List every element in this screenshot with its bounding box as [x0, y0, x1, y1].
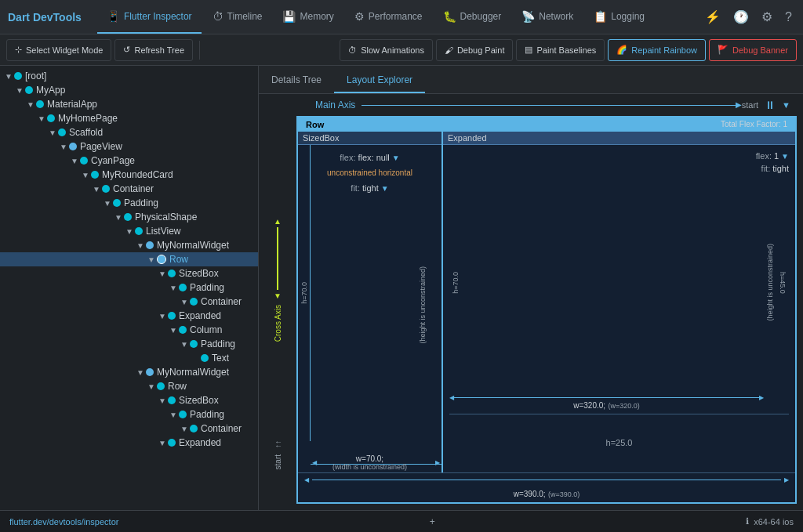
tree-item-row1[interactable]: ▼ Row — [0, 252, 258, 266]
arrow-column1: ▼ — [168, 326, 179, 335]
tree-item-sizedbox1[interactable]: ▼ SizedBox — [0, 266, 258, 280]
h70-right: h=70.0 — [449, 151, 462, 414]
tree-item-myhomepage[interactable]: ▼ MyHomePage — [0, 111, 258, 125]
tree-item-listview[interactable]: ▼ ListView — [0, 224, 258, 238]
arrow-mynormalwidget2: ▼ — [135, 368, 146, 377]
tree-item-container1[interactable]: ▼ Container — [0, 182, 258, 196]
w-unconstrained-text: (width is unconstrained) — [298, 463, 441, 471]
main-axis-arrow — [362, 105, 735, 106]
refresh-tree-button[interactable]: ↺ Refresh Tree — [114, 39, 193, 61]
arrow-expanded2: ▼ — [157, 439, 168, 447]
main-content: ▼ [root] ▼ MyApp ▼ MaterialApp ▼ MyHomeP… — [0, 66, 803, 510]
devtools-link[interactable]: flutter.dev/devtools/inspector — [9, 517, 118, 527]
axis-dropdown[interactable]: ▼ — [782, 100, 790, 110]
total-flex-label: Total Flex Factor: 1 — [721, 120, 787, 129]
label-root: [root] — [25, 71, 46, 81]
tree-item-container3[interactable]: ▼ Container — [0, 422, 258, 436]
h70-right-label: h=70.0 — [452, 272, 460, 294]
tab-memory[interactable]: 💾 Memory — [273, 0, 343, 34]
label-listview: ListView — [146, 226, 180, 237]
diagram-area: ▲ ▼ Cross Axis ↑↑ start R — [259, 116, 803, 510]
tree-item-padding3[interactable]: ▼ Padding — [0, 337, 258, 351]
tree-item-expanded1[interactable]: ▼ Expanded — [0, 309, 258, 323]
repaint-rainbow-button[interactable]: 🌈 Repaint Rainbow — [608, 39, 706, 61]
history-icon[interactable]: 🕐 — [730, 6, 752, 27]
tab-performance[interactable]: ⚙ Performance — [345, 0, 432, 34]
tree-item-container2[interactable]: ▼ Container — [0, 295, 258, 309]
fit-dropdown[interactable]: ▼ — [381, 184, 389, 193]
dot-sizedbox1 — [168, 270, 176, 277]
tab-flutter-inspector[interactable]: 📱 Flutter Inspector — [97, 0, 202, 34]
tree-item-padding4[interactable]: ▼ Padding — [0, 407, 258, 422]
cross-axis-area: ▲ ▼ Cross Axis ↑↑ start — [259, 116, 296, 504]
banner-icon: 🚩 — [718, 45, 729, 55]
dot-root — [14, 72, 22, 80]
tab-network[interactable]: 📡 Network — [512, 0, 583, 34]
dot-scaffold — [58, 128, 66, 136]
tab-details-tree[interactable]: Details Tree — [259, 68, 334, 93]
tree-item-sizedbox2[interactable]: ▼ SizedBox — [0, 393, 258, 407]
select-widget-button[interactable]: ⊹ Select Widget Mode — [6, 39, 111, 61]
arrow-physicalshape: ▼ — [113, 213, 124, 222]
tree-item-root[interactable]: ▼ [root] — [0, 69, 258, 83]
toolbar-right: ⏱ Slow Animations 🖌 Debug Paint ▤ Paint … — [340, 39, 797, 61]
tree-item-expanded2[interactable]: ▼ Expanded — [0, 436, 258, 450]
h70-label: h=70.0 — [300, 282, 308, 304]
paint-baselines-button[interactable]: ▤ Paint Baselines — [516, 39, 605, 61]
dot-padding4 — [179, 411, 187, 418]
tab-layout-explorer[interactable]: Layout Explorer — [334, 68, 425, 93]
tree-item-myroundedcard[interactable]: ▼ MyRoundedCard — [0, 168, 258, 182]
fit-value: tight — [362, 183, 379, 193]
arrow-listview: ▼ — [124, 227, 135, 236]
label-mynormalwidget2: MyNormalWidget — [157, 367, 229, 378]
flex-null-value: flex: null — [358, 153, 389, 162]
right-panel: Details Tree Layout Explorer Main Axis s… — [259, 66, 803, 510]
label-padding4: Padding — [190, 409, 224, 420]
dot-physicalshape — [124, 213, 132, 221]
axis-bar: Main Axis start ⏸ ▼ — [259, 94, 803, 116]
widget-tree[interactable]: ▼ [root] ▼ MyApp ▼ MaterialApp ▼ MyHomeP… — [0, 66, 259, 510]
w70-label-container: w=70.0; (width is unconstrained) — [298, 454, 441, 471]
tree-item-text1[interactable]: Text — [0, 351, 258, 365]
tree-item-column1[interactable]: ▼ Column — [0, 323, 258, 337]
tl-label: ↑↑ — [274, 440, 282, 448]
arrow-row2: ▼ — [146, 382, 157, 391]
arrow-root: ▼ — [3, 72, 14, 81]
top-nav: Dart DevTools 📱 Flutter Inspector ⏱ Time… — [0, 0, 803, 34]
arrow-padding2: ▼ — [168, 284, 179, 292]
status-bar: flutter.dev/devtools/inspector + ℹ x64-6… — [0, 510, 803, 532]
lightning-icon[interactable]: ⚡ — [702, 6, 724, 27]
tab-logging[interactable]: 📋 Logging — [584, 0, 654, 34]
tree-item-cyanpage[interactable]: ▼ CyanPage — [0, 154, 258, 168]
flex-dropdown[interactable]: ▼ — [392, 154, 400, 162]
tree-item-materialapp[interactable]: ▼ MaterialApp — [0, 97, 258, 111]
tree-item-mynormalwidget2[interactable]: ▼ MyNormalWidget — [0, 365, 258, 379]
arrow-sizedbox2: ▼ — [157, 396, 168, 405]
tree-item-physicalshape[interactable]: ▼ PhysicalShape — [0, 210, 258, 224]
tab-timeline[interactable]: ⏱ Timeline — [203, 0, 272, 34]
debug-paint-button[interactable]: 🖌 Debug Paint — [436, 39, 514, 61]
debug-banner-button[interactable]: 🚩 Debug Banner — [709, 39, 797, 61]
paint-icon: 🖌 — [445, 45, 453, 55]
arrow-pageview: ▼ — [58, 143, 69, 151]
tree-item-padding1[interactable]: ▼ Padding — [0, 196, 258, 210]
pause-button[interactable]: ⏸ — [765, 99, 776, 111]
tab-debugger[interactable]: 🐛 Debugger — [434, 0, 511, 34]
settings-icon[interactable]: ⚙ — [758, 6, 776, 27]
dot-padding2 — [179, 284, 187, 291]
tree-item-scaffold[interactable]: ▼ Scaffold — [0, 125, 258, 139]
tree-item-padding2[interactable]: ▼ Padding — [0, 280, 258, 295]
slow-animations-button[interactable]: ⏱ Slow Animations — [340, 39, 433, 61]
tree-item-mynormalwidget1[interactable]: ▼ MyNormalWidget — [0, 238, 258, 252]
logging-icon: 📋 — [594, 10, 607, 23]
w320-parens: (w=320.0) — [608, 402, 639, 410]
dot-container3 — [190, 425, 198, 432]
label-expanded2: Expanded — [179, 437, 221, 448]
tree-item-myapp[interactable]: ▼ MyApp — [0, 83, 258, 97]
w390-label-row: w=390.0; (w=390.0) — [298, 487, 795, 502]
tree-item-row2[interactable]: ▼ Row — [0, 379, 258, 393]
label-materialapp: MaterialApp — [47, 99, 97, 110]
help-icon[interactable]: ? — [782, 7, 795, 27]
dot-container1 — [102, 185, 110, 193]
tree-item-pageview[interactable]: ▼ PageView — [0, 139, 258, 154]
